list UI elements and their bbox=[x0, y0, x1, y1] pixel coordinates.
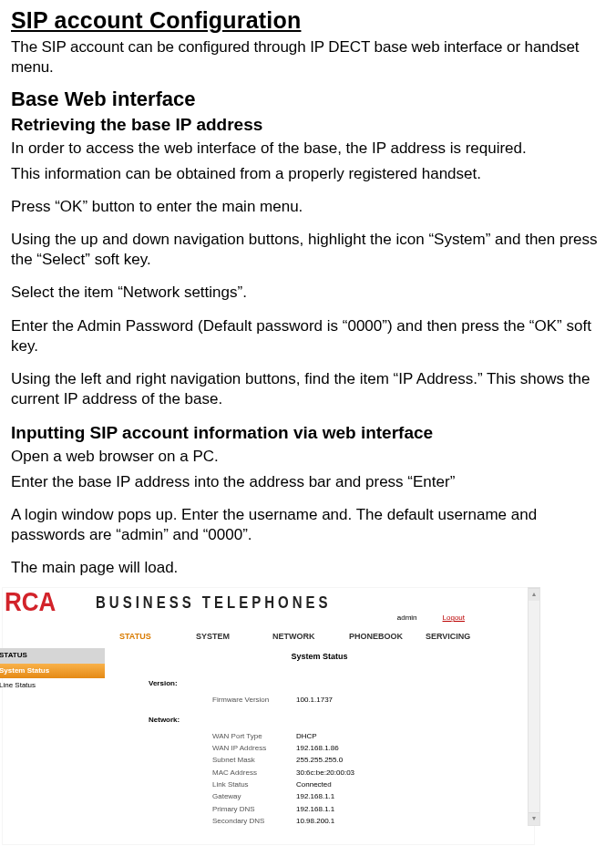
content-title: System Status bbox=[112, 648, 527, 679]
nav-network[interactable]: NETWORK bbox=[272, 632, 349, 643]
section-version: Version: bbox=[149, 679, 527, 688]
table-row: Primary DNS192.168.1.1 bbox=[212, 803, 354, 815]
current-user: admin bbox=[397, 614, 417, 623]
nav-status[interactable]: STATUS bbox=[119, 632, 196, 643]
table-row: WAN Port TypeDHCP bbox=[212, 730, 354, 742]
heading-retrieve: Retrieving the base IP address bbox=[11, 114, 605, 137]
brand-subtitle: BUSINESS TELEPHONES bbox=[96, 592, 332, 613]
paragraph: Press “OK” button to enter the main menu… bbox=[11, 197, 605, 217]
table-row: Firmware Version 100.1.1737 bbox=[212, 694, 333, 706]
value-firmware-version: 100.1.1737 bbox=[296, 694, 333, 706]
table-row: Gateway192.168.1.1 bbox=[212, 791, 354, 803]
paragraph: Using the up and down navigation buttons… bbox=[11, 230, 605, 270]
paragraph: Enter the base IP address into the addre… bbox=[11, 472, 605, 492]
table-row: Secondary DNS10.98.200.1 bbox=[212, 816, 354, 828]
top-nav: STATUS SYSTEM NETWORK PHONEBOOK SERVICIN… bbox=[3, 626, 534, 648]
page-title: SIP account Configuration bbox=[11, 5, 605, 36]
rca-logo: RCA bbox=[3, 590, 90, 615]
paragraph: This information can be obtained from a … bbox=[11, 164, 605, 184]
scroll-track[interactable] bbox=[529, 601, 539, 812]
scrollbar[interactable]: ▴ ▾ bbox=[528, 587, 540, 826]
table-row: Subnet Mask255.255.255.0 bbox=[212, 755, 354, 767]
heading-inputting: Inputting SIP account information via we… bbox=[11, 422, 605, 445]
sidebar: STATUS System Status Line Status bbox=[0, 648, 105, 693]
network-table: WAN Port TypeDHCP WAN IP Address192.168.… bbox=[212, 730, 354, 828]
table-row: Link StatusConnected bbox=[212, 779, 354, 791]
paragraph: In order to access the web interface of … bbox=[11, 139, 605, 159]
table-row: WAN IP Address192.168.1.86 bbox=[212, 742, 354, 754]
web-interface-screenshot: RCA BUSINESS TELEPHONES admin Logout STA… bbox=[2, 587, 535, 845]
heading-base-web: Base Web interface bbox=[11, 87, 605, 113]
scroll-down-icon[interactable]: ▾ bbox=[529, 812, 539, 825]
sidebar-heading: STATUS bbox=[0, 648, 105, 663]
nav-servicing[interactable]: SERVICING bbox=[426, 632, 502, 643]
nav-phonebook[interactable]: PHONEBOOK bbox=[349, 632, 426, 643]
paragraph: Select the item “Network settings”. bbox=[11, 283, 605, 303]
sidebar-item-line-status[interactable]: Line Status bbox=[0, 678, 105, 693]
scroll-up-icon[interactable]: ▴ bbox=[529, 588, 539, 601]
label-firmware-version: Firmware Version bbox=[212, 694, 296, 706]
logout-link[interactable]: Logout bbox=[443, 614, 465, 623]
paragraph: A login window pops up. Enter the userna… bbox=[11, 505, 605, 545]
paragraph: Open a web browser on a PC. bbox=[11, 447, 605, 467]
paragraph: The main page will load. bbox=[11, 558, 605, 578]
nav-system[interactable]: SYSTEM bbox=[196, 632, 272, 643]
paragraph: Enter the Admin Password (Default passwo… bbox=[11, 316, 605, 356]
paragraph: Using the left and right navigation butt… bbox=[11, 369, 605, 409]
intro-text: The SIP account can be configured throug… bbox=[11, 37, 605, 77]
table-row: MAC Address30:6c:be:20:00:03 bbox=[212, 767, 354, 779]
sidebar-item-system-status[interactable]: System Status bbox=[0, 664, 105, 678]
version-table: Firmware Version 100.1.1737 bbox=[212, 694, 333, 706]
section-network: Network: bbox=[149, 716, 527, 725]
